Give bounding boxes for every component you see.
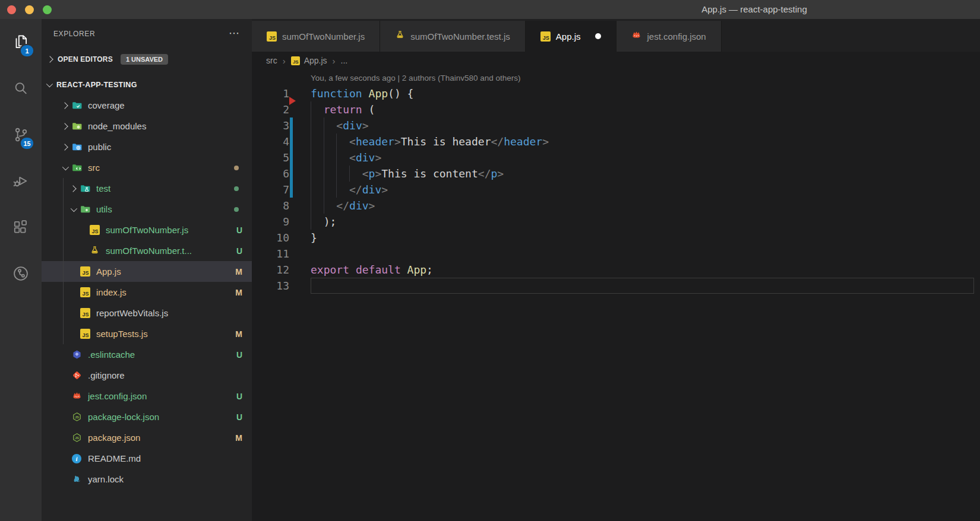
breadcrumb-item-app-js[interactable]: JSApp.js bbox=[291, 56, 327, 65]
dirty-indicator[interactable] bbox=[595, 33, 601, 39]
tab-bar: JSsumOfTwoNumber.jssumOfTwoNumber.test.j… bbox=[252, 19, 980, 52]
chevron-right-icon[interactable] bbox=[46, 56, 53, 62]
tree-item-src[interactable]: src bbox=[42, 157, 252, 178]
tree-item-reportwebvitals-js[interactable]: JSreportWebVitals.js bbox=[42, 303, 252, 323]
code-line-7[interactable]: 7 </div> bbox=[252, 182, 980, 198]
chevron-right-icon[interactable] bbox=[69, 185, 76, 192]
breadcrumb: src›JSApp.js›... bbox=[252, 52, 980, 69]
file-label: jest.config.json bbox=[88, 391, 147, 401]
line-number[interactable]: 11 bbox=[252, 246, 289, 262]
modified-gutter-bar bbox=[290, 166, 293, 182]
tree-item-jest-config-json[interactable]: jest.config.jsonU bbox=[42, 386, 252, 406]
tree-item-index-js[interactable]: JSindex.jsM bbox=[42, 282, 252, 303]
tab-label: App.js bbox=[556, 31, 581, 42]
git-status-badge: M bbox=[235, 267, 242, 277]
code-line-4[interactable]: 4 <header>This is header</header> bbox=[252, 134, 980, 150]
tab-sumoftwonumber-test-js[interactable]: sumOfTwoNumber.test.js bbox=[380, 21, 526, 52]
git-blame-annotation[interactable]: You, a few seconds ago | 2 authors (Thai… bbox=[311, 69, 980, 85]
activity-source-control[interactable]: 15 bbox=[0, 113, 42, 159]
minimize-window-button[interactable] bbox=[25, 5, 34, 14]
line-number[interactable]: 1 bbox=[252, 85, 289, 101]
code-line-2[interactable]: 2 return ( bbox=[252, 101, 980, 117]
chevron-right-icon[interactable] bbox=[61, 102, 68, 109]
line-number[interactable]: 13 bbox=[252, 278, 289, 294]
file-label: App.js bbox=[96, 266, 121, 277]
code-line-3[interactable]: 3 <div> bbox=[252, 117, 980, 134]
project-section-header[interactable]: REACT-APP-TESTING bbox=[42, 75, 252, 95]
chevron-down-icon[interactable] bbox=[46, 81, 53, 87]
tree-item-test[interactable]: test bbox=[42, 178, 252, 199]
window-controls bbox=[7, 0, 52, 19]
chevron-down-icon[interactable] bbox=[62, 163, 68, 170]
code-line-10[interactable]: 10} bbox=[252, 230, 980, 246]
tab-jest-config-json[interactable]: jest.config.json bbox=[617, 21, 721, 52]
chevron-down-icon[interactable] bbox=[70, 205, 77, 211]
line-number[interactable]: 7 bbox=[252, 182, 289, 198]
tab-app-js[interactable]: JSApp.js bbox=[526, 21, 617, 52]
open-editors-section[interactable]: OPEN EDITORS 1 UNSAVED bbox=[42, 50, 252, 69]
line-number[interactable]: 8 bbox=[252, 198, 289, 214]
tree-item-gitignore[interactable]: .gitignore bbox=[42, 365, 252, 386]
code-line-1[interactable]: 1function App() { bbox=[252, 85, 980, 101]
code-line-12[interactable]: 12export default App; bbox=[252, 262, 980, 278]
activity-search[interactable] bbox=[0, 66, 42, 113]
js-icon: JS bbox=[78, 287, 92, 297]
tree-item-utils[interactable]: utils bbox=[42, 199, 252, 220]
tree-item-coverage[interactable]: coverage bbox=[42, 95, 252, 116]
file-label: sumOfTwoNumber.t... bbox=[106, 246, 192, 256]
code-area[interactable]: You, a few seconds ago | 2 authors (Thai… bbox=[252, 69, 980, 294]
tree-item-app-js[interactable]: JSApp.jsM bbox=[42, 261, 252, 282]
line-number[interactable]: 3 bbox=[252, 117, 289, 134]
code-line-13[interactable]: 13 bbox=[252, 278, 980, 294]
line-number[interactable]: 4 bbox=[252, 134, 289, 150]
code-line-11[interactable]: 11 bbox=[252, 246, 980, 262]
folder-test-icon bbox=[78, 183, 92, 193]
tree-item-sumoftwonumber-js[interactable]: JSsumOfTwoNumber.jsU bbox=[42, 220, 252, 240]
activity-explorer[interactable]: 1 bbox=[0, 20, 42, 66]
line-number[interactable]: 5 bbox=[252, 150, 289, 166]
folder-label: test bbox=[96, 183, 110, 193]
chevron-right-icon[interactable] bbox=[61, 123, 68, 129]
zoom-window-button[interactable] bbox=[43, 5, 52, 14]
file-label: yarn.lock bbox=[88, 474, 124, 484]
svg-text:JS: JS bbox=[75, 436, 79, 440]
current-line-highlight bbox=[311, 278, 974, 294]
tree-item-eslintcache[interactable]: .eslintcacheU bbox=[42, 344, 252, 365]
tree-item-setuptests-js[interactable]: JSsetupTests.jsM bbox=[42, 323, 252, 344]
tree-item-public[interactable]: public bbox=[42, 136, 252, 157]
tree-item-node-modules[interactable]: node_modules bbox=[42, 116, 252, 136]
tree-item-readme-md[interactable]: iREADME.md bbox=[42, 448, 252, 469]
gutter-marker-icon bbox=[289, 97, 296, 105]
tree-item-yarn-lock[interactable]: yarn.lock bbox=[42, 469, 252, 490]
tree-item-package-json[interactable]: JSpackage.jsonM bbox=[42, 427, 252, 448]
breadcrumb-item-[interactable]: ... bbox=[341, 56, 348, 65]
close-window-button[interactable] bbox=[7, 5, 16, 14]
tab-sumoftwonumber-js[interactable]: JSsumOfTwoNumber.js bbox=[252, 21, 380, 52]
breadcrumb-item-src[interactable]: src bbox=[266, 56, 277, 65]
chevron-right-icon[interactable] bbox=[61, 144, 68, 150]
indent-guide bbox=[324, 182, 324, 198]
indent-guide bbox=[336, 166, 337, 182]
file-label: .eslintcache bbox=[88, 350, 135, 360]
tree-item-package-lock-json[interactable]: JSpackage-lock.jsonU bbox=[42, 406, 252, 427]
activity-extensions[interactable] bbox=[0, 205, 42, 252]
code-line-9[interactable]: 9 ); bbox=[252, 214, 980, 230]
line-number[interactable]: 12 bbox=[252, 262, 289, 278]
tab-label: sumOfTwoNumber.js bbox=[282, 31, 365, 42]
git-status-dot bbox=[234, 186, 239, 191]
line-number[interactable]: 2 bbox=[252, 101, 289, 117]
line-number[interactable]: 10 bbox=[252, 230, 289, 246]
code-line-8[interactable]: 8 </div> bbox=[252, 198, 980, 214]
modified-gutter-bar bbox=[290, 182, 293, 198]
activity-git-graph[interactable] bbox=[0, 252, 42, 298]
tree-item-sumoftwonumber-t[interactable]: sumOfTwoNumber.t...U bbox=[42, 240, 252, 261]
code-line-6[interactable]: 6 <p>This is content</p> bbox=[252, 166, 980, 182]
more-actions-icon[interactable]: ⋯ bbox=[229, 30, 240, 37]
git-status-badge: U bbox=[236, 412, 242, 422]
code-line-5[interactable]: 5 <div> bbox=[252, 150, 980, 166]
line-number[interactable]: 6 bbox=[252, 166, 289, 182]
line-number[interactable]: 9 bbox=[252, 214, 289, 230]
folder-label: node_modules bbox=[88, 121, 146, 131]
activity-run-debug[interactable] bbox=[0, 159, 42, 205]
indent-guide bbox=[324, 198, 324, 214]
